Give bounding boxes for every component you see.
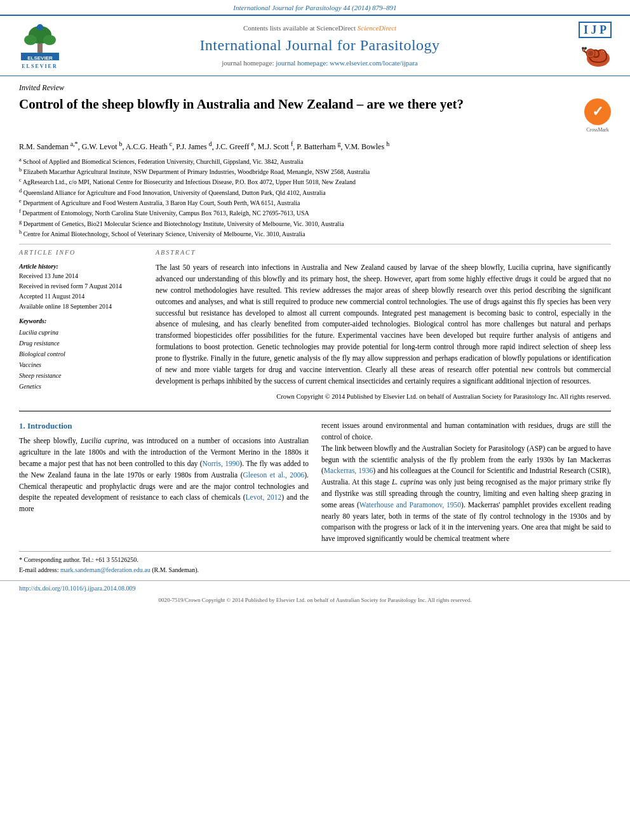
levot-ref[interactable]: Levot, 2012: [246, 493, 282, 501]
article-info-col: ARTICLE INFO Article history: Received 1…: [19, 248, 143, 402]
authors-line: R.M. Sandeman a,*, G.W. Levot b, A.C.G. …: [19, 139, 611, 153]
intro-para-2: recent issues around environmental and h…: [321, 420, 611, 443]
article-info-title: ARTICLE INFO: [19, 248, 143, 257]
keyword-2: Drug resistance: [19, 338, 143, 349]
affiliations: a School of Applied and Biomedical Scien…: [19, 156, 611, 239]
intro-heading: 1. Introduction: [19, 420, 309, 432]
crossmark-label: CrossMark: [586, 126, 609, 133]
svg-rect-5: [37, 44, 43, 53]
waterhouse-ref[interactable]: Waterhouse and Paramonov, 1950: [359, 501, 461, 509]
svg-point-4: [43, 35, 56, 45]
section-divider: [19, 411, 611, 411]
abstract-text: The last 50 years of research into infec…: [156, 262, 611, 387]
affiliation-b: b Elizabeth Macarthur Agricultural Insti…: [19, 166, 611, 177]
journal-header: ELSEVIER ELSEVIER Contents lists availab…: [0, 15, 630, 76]
elsevier-wordmark: ELSEVIER: [22, 63, 57, 70]
svg-point-3: [24, 35, 37, 45]
affiliation-h: h Centre for Animal Biotechnology, Schoo…: [19, 229, 611, 239]
elsevier-logo-area: ELSEVIER ELSEVIER: [13, 21, 67, 70]
available-date: Available online 18 September 2014: [19, 302, 143, 312]
homepage-url[interactable]: journal homepage: www.elsevier.com/locat…: [276, 59, 417, 67]
abstract-copyright: Crown Copyright © 2014 Published by Else…: [156, 392, 611, 402]
article-body: Invited Review Control of the sheep blow…: [0, 76, 630, 580]
abstract-title: ABSTRACT: [156, 248, 611, 257]
email-footnote: E-mail address: mark.sandeman@federation…: [19, 565, 611, 575]
footnote-area: * Corresponding author. Tel.: +61 3 5512…: [19, 551, 611, 575]
article-type: Invited Review: [19, 83, 611, 93]
snail-icon: [578, 38, 613, 70]
email-suffix: (R.M. Sandeman).: [152, 566, 199, 573]
sciencedirect-link[interactable]: ScienceDirect: [358, 24, 396, 32]
introduction-section: 1. Introduction The sheep blowfly, Lucil…: [19, 420, 611, 545]
title-row: Control of the sheep blowfly in Australi…: [19, 96, 611, 133]
svg-point-11: [582, 47, 584, 50]
affiliation-g: g Department of Genetics, Bio21 Molecula…: [19, 218, 611, 229]
affiliation-f: f Department of Entomology, North Caroli…: [19, 208, 611, 218]
affiliation-e: e Department of Agriculture and Food Wes…: [19, 197, 611, 208]
email-label: E-mail address:: [19, 566, 58, 573]
article-title: Control of the sheep blowfly in Australi…: [19, 96, 578, 113]
affiliation-a: a School of Applied and Biomedical Scien…: [19, 156, 611, 166]
history-label: Article history:: [19, 262, 143, 271]
intro-text-right: recent issues around environmental and h…: [321, 420, 611, 545]
top-bar: International Journal for Parasitology 4…: [0, 0, 630, 15]
divider-1: [19, 244, 611, 244]
norris-ref[interactable]: Norris, 1990: [203, 460, 240, 467]
homepage-label: journal homepage:: [222, 59, 276, 67]
intro-col-left: 1. Introduction The sheep blowfly, Lucil…: [19, 420, 309, 545]
svg-point-10: [584, 47, 587, 50]
intro-para-3: The link between blowfly and the Austral…: [321, 443, 611, 545]
keywords-list: Lucilia cuprina Drug resistance Biologic…: [19, 327, 143, 392]
keyword-1: Lucilia cuprina: [19, 327, 143, 338]
svg-point-9: [588, 51, 593, 56]
crossmark-icon[interactable]: ✓: [584, 98, 611, 125]
ijp-letters: I J P: [579, 22, 612, 38]
journal-info-center: Contents lists available at ScienceDirec…: [73, 23, 566, 68]
affiliation-c: c AgResearch Ltd., c/o MPI, National Cen…: [19, 177, 611, 187]
keyword-5: Sheep resistance: [19, 370, 143, 381]
intro-para-1: The sheep blowfly, Lucilia cuprina, was …: [19, 436, 309, 515]
accepted-date: Accepted 11 August 2014: [19, 291, 143, 302]
keywords-label: Keywords:: [19, 317, 143, 326]
intro-text-left: The sheep blowfly, Lucilia cuprina, was …: [19, 436, 309, 515]
bottom-copyright: 0020-7519/Crown Copyright © 2014 Publish…: [0, 596, 630, 608]
svg-text:ELSEVIER: ELSEVIER: [27, 55, 53, 61]
sciencedirect-line: Contents lists available at ScienceDirec…: [73, 23, 566, 33]
keyword-3: Biological control: [19, 349, 143, 359]
journal-title: International Journal for Parasitology: [73, 35, 566, 57]
bottom-bar: http://dx.doi.org/10.1016/j.ijpara.2014.…: [0, 580, 630, 596]
received-date: Received 13 June 2014: [19, 271, 143, 281]
keyword-4: Vaccines: [19, 359, 143, 370]
email-link[interactable]: mark.sandeman@federation.edu.au: [60, 566, 151, 573]
article-history-section: Article history: Received 13 June 2014 R…: [19, 262, 143, 312]
journal-citation: International Journal for Parasitology 4…: [233, 4, 396, 11]
revised-date: Received in revised form 7 August 2014: [19, 281, 143, 291]
abstract-paragraph: The last 50 years of research into infec…: [156, 262, 611, 387]
svg-point-6: [37, 24, 43, 30]
keyword-6: Genetics: [19, 381, 143, 392]
doi-link[interactable]: http://dx.doi.org/10.1016/j.ijpara.2014.…: [19, 584, 135, 593]
ijp-logo-area: I J P: [573, 22, 617, 70]
info-abstract-row: ARTICLE INFO Article history: Received 1…: [19, 248, 611, 402]
corresponding-footnote: * Corresponding author. Tel.: +61 3 5512…: [19, 555, 611, 565]
abstract-col: ABSTRACT The last 50 years of research i…: [156, 248, 611, 402]
elsevier-tree-icon: ELSEVIER: [18, 21, 62, 62]
affiliation-d: d Queensland Alliance for Agriculture an…: [19, 187, 611, 197]
gleeson-ref[interactable]: Gleeson et al., 2006: [243, 471, 305, 479]
crossmark-widget[interactable]: ✓ CrossMark: [584, 98, 611, 133]
mackerras-ref[interactable]: Mackerras, 1936: [324, 467, 373, 474]
keywords-section: Keywords: Lucilia cuprina Drug resistanc…: [19, 317, 143, 392]
journal-homepage: journal homepage: journal homepage: www.…: [73, 58, 566, 68]
intro-col-right: recent issues around environmental and h…: [321, 420, 611, 545]
